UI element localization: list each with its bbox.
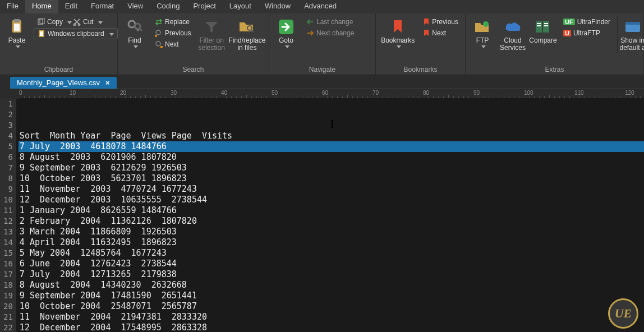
line-number: 14	[3, 237, 13, 248]
windows-clipboard-button[interactable]: Windows clipboard	[34, 28, 118, 39]
file-tab[interactable]: Monthly_Page_Views.csv ×	[10, 77, 117, 89]
code-line[interactable]: 11 November 2004 21947381 2833320	[19, 312, 644, 322]
bookmark-prev-button[interactable]: Previous	[420, 17, 462, 27]
code-line[interactable]: 9 September 2003 6212629 1926503	[19, 163, 644, 173]
next-icon	[155, 40, 163, 48]
previous-button[interactable]: Previous	[151, 28, 195, 38]
previous-icon	[155, 29, 163, 37]
find-replace-files-button[interactable]: Find/replace in files	[229, 17, 265, 53]
ruler-tick: 50	[272, 90, 278, 96]
ultraftp-button[interactable]: U UltraFTP	[560, 28, 614, 38]
compare-button[interactable]: Compare	[530, 17, 556, 45]
line-number: 6	[3, 152, 13, 163]
replace-label: Replace	[165, 18, 190, 26]
ruler-tick: 20	[120, 90, 126, 96]
menu-item-format[interactable]: Format	[84, 0, 121, 13]
code-line[interactable]: 8 August 2003 6201906 1807820	[19, 152, 644, 163]
find-label: Find	[128, 37, 141, 44]
code-line[interactable]: 7 July 2004 12713265 2179838	[19, 269, 644, 280]
file-tab-close[interactable]: ×	[105, 79, 110, 87]
cloud-services-button[interactable]: Cloud Services	[499, 17, 526, 53]
ftp-button[interactable]: FTP	[469, 17, 496, 49]
code-line[interactable]: 4 April 2004 11632495 1896823	[19, 237, 644, 248]
menu-item-window[interactable]: Window	[258, 0, 297, 13]
bookmark-next-button[interactable]: Next	[420, 28, 462, 38]
menu-item-home[interactable]: Home	[25, 0, 58, 13]
show-in-default-button[interactable]: Show in default a	[617, 17, 644, 53]
code-line[interactable]: 10 October 2003 5623701 1896823	[19, 173, 644, 184]
next-change-button[interactable]: Next change	[303, 28, 357, 38]
code-line[interactable]: 12 December 2003 10635555 2738544	[19, 195, 644, 205]
editor[interactable]: 12345678910111213141516171819202122 I So…	[0, 99, 644, 332]
find-button[interactable]: Find	[121, 17, 148, 49]
menu-item-advanced[interactable]: Advanced	[297, 0, 343, 13]
last-change-button[interactable]: Last change	[303, 17, 357, 27]
code-line[interactable]: 9 September 2004 17481590 2651441	[19, 290, 644, 301]
ribbon-group-label: Search	[121, 64, 265, 75]
cloud-label: Cloud Services	[500, 37, 526, 52]
svg-line-16	[251, 30, 254, 32]
svg-point-11	[135, 24, 140, 29]
code-line[interactable]: 6 June 2004 12762423 2738544	[19, 259, 644, 269]
line-number: 5	[3, 141, 13, 152]
line-number: 21	[3, 312, 13, 322]
replace-button[interactable]: Replace	[151, 17, 195, 27]
cut-icon	[73, 18, 81, 26]
line-number: 2	[3, 109, 13, 120]
menu-item-file[interactable]: File	[0, 0, 25, 13]
line-number: 20	[3, 301, 13, 312]
clipboard-icon	[38, 30, 45, 38]
ribbon-group-label: Clipboard	[3, 64, 114, 75]
file-tab-name: Monthly_Page_Views.csv	[17, 79, 100, 87]
svg-rect-26	[625, 22, 640, 25]
uf-badge-icon: UF	[563, 19, 575, 25]
code-line[interactable]: 2 February 2004 11362126 1807820	[19, 216, 644, 227]
ruler-tick: 30	[171, 90, 177, 96]
file-tab-strip: Monthly_Page_Views.csv ×	[0, 75, 644, 89]
next-button[interactable]: Next	[151, 39, 195, 49]
code-area[interactable]: I Sort Month Year Page Views Page Visits…	[16, 99, 644, 332]
bookmarks-button[interactable]: Bookmarks	[379, 17, 416, 49]
bookmark-next-label: Next	[432, 29, 446, 37]
code-line[interactable]: 11 November 2003 4770724 1677243	[19, 184, 644, 195]
svg-rect-2	[14, 24, 20, 31]
line-number: 16	[3, 259, 13, 269]
code-line[interactable]: 8 August 2004 14340230 2632668	[19, 280, 644, 290]
ruler-tick: 10	[70, 90, 76, 96]
line-number: 3	[3, 120, 13, 131]
find-dropdown-arrow	[134, 45, 138, 48]
code-line[interactable]: 1 January 2004 8626559 1484766	[19, 205, 644, 216]
ruler-tick: 90	[473, 90, 480, 96]
ultrafinder-button[interactable]: UF UltraFinder	[560, 17, 614, 27]
cut-button[interactable]: Cut	[70, 17, 106, 27]
bookmark-next-icon	[423, 29, 430, 37]
code-line[interactable]: 5 May 2004 12485764 1677243	[19, 248, 644, 259]
ultraftp-label: UltraFTP	[573, 29, 600, 37]
paste-icon	[8, 18, 26, 36]
folder-search-icon	[238, 18, 256, 36]
ultrafinder-label: UltraFinder	[577, 18, 610, 26]
goto-button[interactable]: Goto	[273, 17, 300, 49]
bookmarks-dropdown-arrow	[397, 45, 401, 48]
ruler: 0102030405060708090100110120	[19, 89, 644, 99]
code-line[interactable]: 7 July 2003 4618078 1484766	[19, 141, 644, 152]
ribbon-group-label: Navigate	[273, 64, 372, 75]
code-line[interactable]: Sort Month Year Page Views Page Visits	[19, 131, 644, 141]
text-cursor-icon: I	[330, 119, 334, 130]
menu-item-layout[interactable]: Layout	[223, 0, 258, 13]
code-line[interactable]: 10 October 2004 25487071 2565787	[19, 301, 644, 312]
menu-item-view[interactable]: View	[121, 0, 150, 13]
menu-item-coding[interactable]: Coding	[150, 0, 186, 13]
filter-on-selection-button[interactable]: Filter on selection	[198, 17, 226, 53]
code-line[interactable]: 12 December 2004 17548995 2863328	[19, 322, 644, 332]
paste-button[interactable]: Paste	[3, 17, 30, 49]
line-number: 19	[3, 290, 13, 301]
copy-icon	[37, 18, 45, 26]
windows-clipboard-arrow	[109, 33, 114, 36]
svg-rect-22	[544, 23, 548, 24]
svg-rect-21	[537, 23, 541, 24]
line-number: 15	[3, 248, 13, 259]
menu-item-project[interactable]: Project	[186, 0, 222, 13]
menu-item-edit[interactable]: Edit	[58, 0, 84, 13]
code-line[interactable]: 3 March 2004 11866809 1926503	[19, 227, 644, 237]
